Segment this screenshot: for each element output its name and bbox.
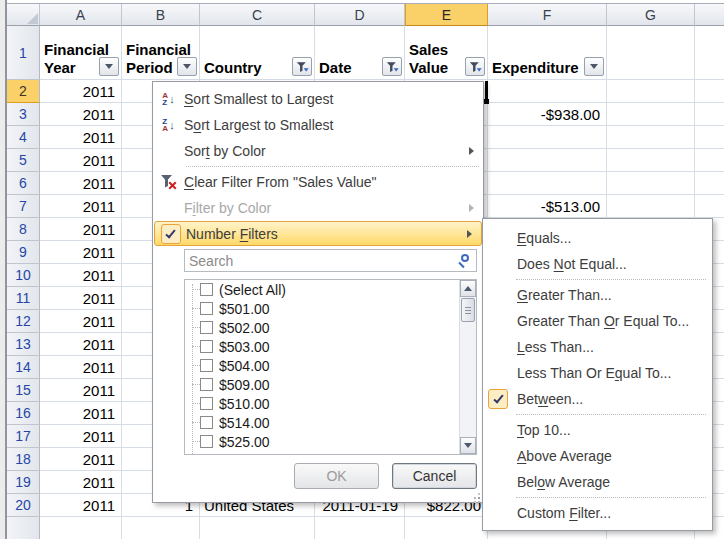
filter-dropdown-button-f[interactable]: [584, 57, 604, 76]
cell-d1-date[interactable]: Date: [315, 26, 405, 80]
menu-item-sort-smallest-to-largest[interactable]: AZ↓ Sort Smallest to Largest: [153, 86, 483, 112]
cell-f1-expenditure[interactable]: Expenditure: [488, 26, 607, 80]
resize-grip[interactable]: [471, 490, 480, 499]
row-header-14[interactable]: 14: [7, 356, 40, 379]
checkbox-unchecked[interactable]: [200, 416, 213, 429]
scroll-up-button[interactable]: [460, 280, 476, 297]
cell-f2[interactable]: [488, 80, 607, 103]
filter-list-item[interactable]: $503.00: [185, 337, 476, 356]
active-cell-fill-handle[interactable]: [484, 99, 489, 104]
row-header-2[interactable]: 2: [7, 80, 40, 103]
row-header-17[interactable]: 17: [7, 425, 40, 448]
cell-g5[interactable]: [607, 149, 695, 172]
cell-h6[interactable]: [695, 172, 724, 195]
row-header-3[interactable]: 3: [7, 103, 40, 126]
menu-item-clear-filter[interactable]: Clear Filter From "Sales Value": [153, 169, 483, 195]
row-header-7[interactable]: 7: [7, 195, 40, 218]
cell-a6[interactable]: 2011: [40, 172, 122, 195]
cell-a11[interactable]: 2011: [40, 287, 122, 310]
submenu-item-above-average[interactable]: Above Average: [483, 443, 712, 469]
cell-e1-sales-value[interactable]: Sales Value: [405, 26, 488, 80]
filter-list-item[interactable]: $501.00: [185, 299, 476, 318]
cell-h1[interactable]: [695, 26, 724, 80]
cell-a10[interactable]: 2011: [40, 264, 122, 287]
filter-dropdown-button-b[interactable]: [177, 57, 197, 76]
cell-g1[interactable]: [607, 26, 695, 80]
submenu-item-below-average[interactable]: Below Average: [483, 469, 712, 495]
row-header-21[interactable]: [7, 517, 40, 539]
cell-c1-country[interactable]: Country: [200, 26, 315, 80]
cell-b21[interactable]: [122, 517, 200, 539]
filter-list-item[interactable]: $504.00: [185, 356, 476, 375]
cell-g6[interactable]: [607, 172, 695, 195]
row-header-8[interactable]: 8: [7, 218, 40, 241]
filter-list-item[interactable]: $510.00: [185, 394, 476, 413]
row-header-13[interactable]: 13: [7, 333, 40, 356]
cancel-button[interactable]: Cancel: [392, 463, 477, 489]
cell-g7[interactable]: [607, 195, 695, 218]
cell-a16[interactable]: 2011: [40, 402, 122, 425]
cell-a12[interactable]: 2011: [40, 310, 122, 333]
checkbox-unchecked[interactable]: [200, 340, 213, 353]
cell-h5[interactable]: [695, 149, 724, 172]
menu-item-sort-by-color[interactable]: Sort by Color: [153, 138, 483, 164]
submenu-item-top-10[interactable]: Top 10...: [483, 417, 712, 443]
cell-g2[interactable]: [607, 80, 695, 103]
checkbox-unchecked[interactable]: [200, 283, 213, 296]
checkbox-unchecked[interactable]: [200, 302, 213, 315]
cell-a2[interactable]: 2011: [40, 80, 122, 103]
checkbox-unchecked[interactable]: [200, 435, 213, 448]
filter-list-item[interactable]: $525.00: [185, 432, 476, 451]
filter-list-item-partial[interactable]: [185, 451, 476, 455]
cell-h4[interactable]: [695, 126, 724, 149]
column-header-f[interactable]: F: [488, 4, 607, 26]
row-header-9[interactable]: 9: [7, 241, 40, 264]
checkbox-unchecked[interactable]: [200, 321, 213, 334]
cell-a13[interactable]: 2011: [40, 333, 122, 356]
cell-a5[interactable]: 2011: [40, 149, 122, 172]
checkbox-unchecked[interactable]: [200, 359, 213, 372]
cell-a17[interactable]: 2011: [40, 425, 122, 448]
cell-a8[interactable]: 2011: [40, 218, 122, 241]
submenu-item-between[interactable]: Between...: [483, 386, 712, 412]
column-header-e-selected[interactable]: E: [405, 4, 488, 26]
filter-active-button-e[interactable]: [465, 57, 485, 76]
cell-f4[interactable]: [488, 126, 607, 149]
row-header-11[interactable]: 11: [7, 287, 40, 310]
row-header-16[interactable]: 16: [7, 402, 40, 425]
menu-item-number-filters[interactable]: Number Filters: [154, 221, 482, 246]
cell-e21[interactable]: [405, 517, 488, 539]
submenu-item-equals[interactable]: Equals...: [483, 225, 712, 251]
filter-active-button-c[interactable]: [292, 57, 312, 76]
row-header-15[interactable]: 15: [7, 379, 40, 402]
filter-list-item-select-all[interactable]: (Select All): [185, 280, 476, 299]
filter-list-item[interactable]: $514.00: [185, 413, 476, 432]
row-header-10[interactable]: 10: [7, 264, 40, 287]
cell-g4[interactable]: [607, 126, 695, 149]
column-header-b[interactable]: B: [122, 4, 200, 26]
submenu-item-greater-than-or-equal[interactable]: Greater Than Or Equal To...: [483, 308, 712, 334]
row-header-20[interactable]: 20: [7, 494, 40, 517]
cell-b1-financial-period[interactable]: Financial Period: [122, 26, 200, 80]
cell-h2[interactable]: [695, 80, 724, 103]
cell-c21[interactable]: [200, 517, 315, 539]
cell-a19[interactable]: 2011: [40, 471, 122, 494]
column-header-partial[interactable]: [695, 4, 724, 26]
row-header-5[interactable]: 5: [7, 149, 40, 172]
checkbox-unchecked[interactable]: [200, 378, 213, 391]
row-header-19[interactable]: 19: [7, 471, 40, 494]
cell-f7[interactable]: -$513.00: [488, 195, 607, 218]
row-header-1[interactable]: 1: [7, 26, 40, 80]
cell-a18[interactable]: 2011: [40, 448, 122, 471]
cell-a9[interactable]: 2011: [40, 241, 122, 264]
checkbox-unchecked[interactable]: [200, 397, 213, 410]
column-header-g[interactable]: G: [607, 4, 695, 26]
cell-h7[interactable]: [695, 195, 724, 218]
submenu-item-less-than[interactable]: Less Than...: [483, 334, 712, 360]
cell-a3[interactable]: 2011: [40, 103, 122, 126]
row-header-6[interactable]: 6: [7, 172, 40, 195]
row-header-18[interactable]: 18: [7, 448, 40, 471]
submenu-item-less-than-or-equal[interactable]: Less Than Or Equal To...: [483, 360, 712, 386]
cell-a14[interactable]: 2011: [40, 356, 122, 379]
menu-item-sort-largest-to-smallest[interactable]: ZA↓ Sort Largest to Smallest: [153, 112, 483, 138]
